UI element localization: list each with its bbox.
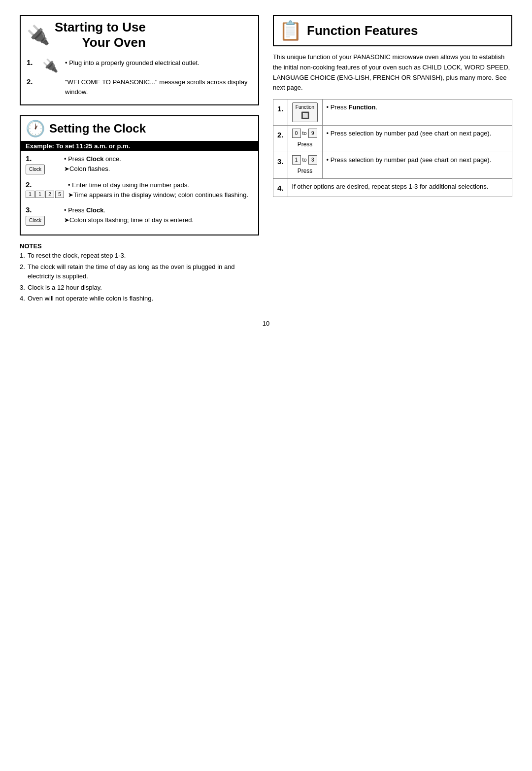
clock-button-1: Clock (26, 165, 45, 174)
range-display-2: 0 to 9 (292, 129, 318, 138)
range-display-3: 1 to 3 (292, 155, 318, 165)
function-step2-icon-cell: 0 to 9 Press (288, 125, 322, 152)
function-button: Function 🔲 (292, 102, 318, 122)
starting-header: 🔌 Starting to Use Your Oven (21, 16, 258, 54)
starting-content: 1. 🔌 • Plug into a properly grounded ele… (21, 54, 258, 104)
notes-list: To reset the clock, repeat step 1-3. The… (20, 251, 259, 303)
clock-step2-left: 2. 1 1 2 5 (26, 180, 64, 198)
clock-step2: 2. 1 1 2 5 • Enter time of day using the… (26, 180, 253, 201)
left-column: 🔌 Starting to Use Your Oven 1. 🔌 • Plug … (20, 15, 259, 305)
function-step3-icon-cell: 1 to 3 Press (288, 152, 322, 178)
function-step4-desc: If other options are desired, repeat ste… (288, 178, 512, 197)
range-from-3: 1 (292, 155, 301, 165)
function-step3-num: 3. (273, 152, 288, 178)
function-step3-row: 3. 1 to 3 Press • Press selection by num… (273, 152, 512, 178)
clock-title: Setting the Clock (49, 122, 146, 135)
right-column: 📋 Function Features This unique function… (273, 15, 512, 197)
function-intro: This unique function of your PANASONIC m… (273, 52, 512, 93)
clock-icon: 🕐 (26, 119, 45, 138)
clock-step3: 3. Clock • Press Clock.➤Colon stops flas… (26, 205, 253, 228)
function-step4-row: 4. If other options are desired, repeat … (273, 178, 512, 197)
function-title: Function Features (307, 23, 418, 38)
press-label-3: Press (292, 167, 318, 175)
page-number: 10 (20, 320, 512, 327)
function-step3-desc: • Press selection by number pad (see cha… (322, 152, 512, 178)
notes-title: NOTES (20, 242, 259, 250)
clock-header: 🕐 Setting the Clock (21, 116, 258, 141)
function-step1-icon-cell: Function 🔲 (288, 100, 322, 126)
clock-example: Example: To set 11:25 a.m. or p.m. (21, 141, 258, 151)
function-header: 📋 Function Features (273, 15, 512, 46)
plug-outlet-icon: 🔌 (39, 58, 61, 73)
function-step1-row: 1. Function 🔲 • Press Function. (273, 100, 512, 126)
note-item: Clock is a 12 hour display. (20, 283, 259, 293)
function-steps-table: 1. Function 🔲 • Press Function. 2. (273, 99, 512, 197)
function-step1-num: 1. (273, 100, 288, 126)
clock-section: 🕐 Setting the Clock Example: To set 11:2… (20, 115, 259, 235)
function-step2-row: 2. 0 to 9 Press • Press selection by num… (273, 125, 512, 152)
clock-step1-left: 1. Clock (26, 154, 60, 174)
function-icon: 📋 (279, 20, 302, 41)
function-step1-desc: • Press Function. (322, 100, 512, 126)
to-label-2: to (302, 129, 307, 137)
starting-step2: 2. "WELCOME TO PANASONIC..." message scr… (27, 77, 252, 97)
clock-step2-text: • Enter time of day using the number pad… (68, 181, 248, 199)
number-pad-display: 1 1 2 5 (26, 191, 64, 198)
clock-steps: 1. Clock • Press Clock once.➤Colon flash… (21, 151, 258, 235)
starting-title: Starting to Use Your Oven (55, 20, 146, 50)
range-from-2: 0 (292, 129, 301, 138)
function-step4-num: 4. (273, 178, 288, 197)
range-to-3: 3 (308, 155, 317, 165)
note-item: Oven will not operate while colon is fla… (20, 294, 259, 303)
clock-step3-left: 3. Clock (26, 205, 60, 226)
press-label-2: Press (292, 140, 318, 149)
clock-step1-text: • Press Clock once.➤Colon flashes. (64, 155, 121, 172)
clock-button-3: Clock (26, 216, 45, 226)
notes-section: NOTES To reset the clock, repeat step 1-… (20, 242, 259, 303)
clock-step3-text: • Press Clock.➤Colon stops flashing; tim… (64, 206, 194, 224)
function-step2-num: 2. (273, 125, 288, 152)
starting-step1: 1. 🔌 • Plug into a properly grounded ele… (27, 58, 252, 73)
clock-step1: 1. Clock • Press Clock once.➤Colon flash… (26, 154, 253, 176)
range-to-2: 9 (308, 129, 317, 138)
note-item: To reset the clock, repeat step 1-3. (20, 251, 259, 261)
plug-icon: 🔌 (27, 26, 50, 44)
function-step2-desc: • Press selection by number pad (see cha… (322, 125, 512, 152)
to-label-3: to (302, 156, 307, 164)
starting-section: 🔌 Starting to Use Your Oven 1. 🔌 • Plug … (20, 15, 259, 105)
note-item: The clock will retain the time of day as… (20, 262, 259, 281)
